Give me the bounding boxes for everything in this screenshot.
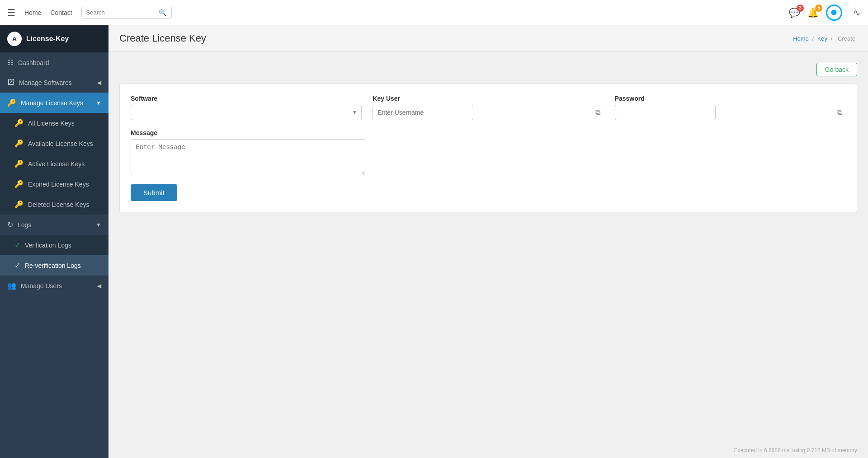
chevron-icon: ◀	[97, 283, 101, 289]
search-box: 🔍	[81, 7, 172, 19]
sidebar-item-label: Verification Logs	[25, 242, 101, 249]
brand-logo: A	[7, 32, 22, 46]
content-header: Create License Key Home / Key / Create	[108, 25, 868, 52]
sidebar-item-label: Manage Softwares	[19, 79, 93, 86]
form-group-password: Password ⧉	[615, 95, 846, 120]
submit-button[interactable]: Submit	[131, 184, 177, 201]
key-icon: 🔑	[7, 98, 16, 107]
brand-title: License-Key	[26, 35, 69, 43]
check-icon: ✓	[14, 241, 20, 249]
breadcrumb-home[interactable]: Home	[793, 35, 809, 42]
sidebar-item-label: Deleted License Keys	[28, 201, 101, 208]
sidebar-item-label: Active License Keys	[28, 160, 101, 168]
sidebar-item-dashboard[interactable]: ☷ Dashboard	[0, 52, 108, 73]
page-title: Create License Key	[119, 33, 206, 44]
breadcrumb-key[interactable]: Key	[817, 35, 827, 42]
password-input[interactable]	[615, 105, 716, 120]
sidebar-item-label: Logs	[18, 221, 91, 229]
key-yellow-icon: 🔑	[14, 180, 24, 188]
message-label: Message	[131, 129, 365, 136]
clock-icon: ↻	[7, 220, 13, 229]
chat-icon-wrap[interactable]: 💬 3	[789, 7, 800, 18]
chevron-icon: ◀	[97, 79, 101, 86]
sidebar-item-manage-softwares[interactable]: 🖼 Manage Softwares ◀	[0, 73, 108, 93]
key-red-icon: 🔑	[14, 200, 24, 209]
sidebar-item-label: All License Keys	[28, 120, 101, 127]
key-gray-icon: 🔑	[14, 119, 24, 127]
sidebar-item-expired-license-keys[interactable]: 🔑 Expired License Keys	[0, 174, 108, 194]
sidebar-item-label: Expired License Keys	[28, 181, 101, 188]
hamburger-icon[interactable]: ☰	[7, 7, 15, 18]
license-submenu: 🔑 All License Keys 🔑 Available License K…	[0, 113, 108, 215]
key-user-label: Key User	[373, 95, 604, 102]
password-label: Password	[615, 95, 846, 102]
key-user-input[interactable]	[373, 105, 473, 120]
check-active-icon: ✓	[14, 261, 20, 270]
copy-password-icon[interactable]: ⧉	[837, 108, 842, 117]
sidebar-item-active-license-keys[interactable]: 🔑 Active License Keys	[0, 154, 108, 174]
topnav-icons: 💬 3 🔔 5 ⏺ ∿	[789, 5, 861, 21]
search-icon: 🔍	[159, 9, 166, 16]
copy-icon[interactable]: ⧉	[595, 108, 600, 117]
sidebar-item-label: Dashboard	[18, 59, 101, 66]
software-label: Software	[131, 95, 362, 102]
go-back-button[interactable]: Go back	[816, 63, 857, 76]
key-user-input-wrap: ⧉	[373, 105, 604, 120]
form-group-message: Message	[131, 129, 365, 175]
key-blue-icon: 🔑	[14, 139, 24, 148]
nav-home-link[interactable]: Home	[24, 9, 41, 16]
chevron-down-icon: ▼	[96, 100, 101, 106]
grid-icon[interactable]: ∿	[853, 7, 861, 18]
breadcrumb-current: Create	[838, 35, 855, 42]
sidebar-brand: A License-Key	[0, 25, 108, 52]
submit-row: Submit	[131, 184, 846, 201]
sidebar-item-label: Manage Users	[21, 282, 93, 290]
sidebar-item-logs[interactable]: ↻ Logs ▼	[0, 215, 108, 235]
form-row-2: Message	[131, 129, 846, 175]
sidebar-item-deleted-license-keys[interactable]: 🔑 Deleted License Keys	[0, 194, 108, 215]
nav-contact-link[interactable]: Contact	[50, 9, 72, 16]
form-row-1: Software ▼ Key User ⧉	[131, 95, 846, 120]
sidebar-item-manage-license-keys[interactable]: 🔑 Manage License Keys ▼	[0, 93, 108, 113]
sidebar-item-label: Manage License Keys	[21, 99, 91, 107]
sidebar-item-re-verification-logs[interactable]: ✓ Re-verification Logs	[0, 255, 108, 276]
users-icon: 👥	[7, 281, 16, 290]
monitor-icon: 🖼	[7, 79, 14, 87]
sidebar-item-all-license-keys[interactable]: 🔑 All License Keys	[0, 113, 108, 133]
topnav: ☰ Home Contact 🔍 💬 3 🔔 5 ⏺ ∿	[0, 0, 868, 25]
main-content: Create License Key Home / Key / Create G…	[108, 25, 868, 458]
executed-text: Executed in 6.6688 ms. using 0.712 MB of…	[734, 447, 857, 453]
breadcrumb-sep2: /	[831, 35, 833, 42]
key-green-icon: 🔑	[14, 159, 24, 168]
logs-submenu: ✓ Verification Logs ✓ Re-verification Lo…	[0, 235, 108, 276]
form-group-key-user: Key User ⧉	[373, 95, 604, 120]
power-button[interactable]: ⏺	[826, 5, 842, 21]
sidebar: A License-Key ☷ Dashboard 🖼 Manage Softw…	[0, 25, 108, 458]
bell-icon-wrap[interactable]: 🔔 5	[807, 7, 819, 18]
breadcrumb-sep1: /	[812, 35, 814, 42]
sidebar-item-available-license-keys[interactable]: 🔑 Available License Keys	[0, 133, 108, 154]
breadcrumb: Home / Key / Create	[793, 35, 857, 42]
bell-badge: 5	[815, 5, 822, 12]
message-textarea[interactable]	[131, 139, 365, 175]
sidebar-item-label: Available License Keys	[28, 140, 101, 147]
footer-text: Executed in 6.6688 ms. using 0.712 MB of…	[108, 443, 868, 458]
form-group-software: Software ▼	[131, 95, 362, 120]
content-body: Go back Software ▼ Key	[108, 52, 868, 443]
software-select-wrap: ▼	[131, 105, 362, 120]
password-input-wrap: ⧉	[615, 105, 846, 120]
go-back-row: Go back	[119, 63, 857, 76]
chat-badge: 3	[797, 5, 804, 12]
sidebar-item-verification-logs[interactable]: ✓ Verification Logs	[0, 235, 108, 255]
search-input[interactable]	[86, 9, 159, 16]
sidebar-item-label: Re-verification Logs	[25, 262, 101, 269]
software-select[interactable]	[131, 105, 362, 120]
chevron-down-icon: ▼	[96, 222, 101, 228]
dashboard-icon: ☷	[7, 58, 14, 67]
sidebar-item-manage-users[interactable]: 👥 Manage Users ◀	[0, 276, 108, 296]
create-form-card: Software ▼ Key User ⧉	[119, 84, 857, 212]
